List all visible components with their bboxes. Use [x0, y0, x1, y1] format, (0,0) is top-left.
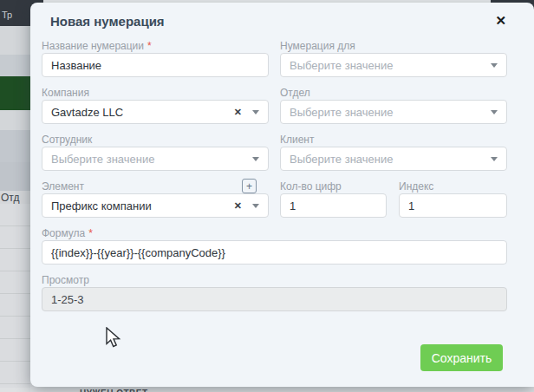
required-marker: *: [147, 41, 152, 52]
name-label: Название нумерации*: [42, 41, 269, 52]
department-select[interactable]: Выберите значение: [280, 100, 507, 124]
page-title: Новая нумерация: [50, 14, 165, 29]
field-numbering-for: Нумерация для Выберите значение: [280, 41, 507, 77]
background-tab-label: Тр: [2, 10, 12, 20]
field-employee: Сотрудник Выберите значение: [42, 134, 269, 171]
background-band: [0, 162, 30, 191]
numbering-for-select[interactable]: Выберите значение: [280, 53, 507, 77]
background-table-rows: [0, 204, 30, 388]
background-band: [0, 130, 30, 162]
background-band: [0, 110, 30, 130]
select-placeholder: Выберите значение: [290, 106, 491, 119]
digits-input[interactable]: [280, 193, 387, 218]
chevron-down-icon: [491, 157, 498, 161]
client-label: Клиент: [280, 134, 507, 146]
background-band: [0, 55, 30, 76]
select-placeholder: Выберите значение: [51, 153, 252, 166]
clear-icon[interactable]: ✕: [234, 108, 242, 117]
field-formula: Формула*: [42, 228, 507, 265]
field-preview: Просмотр: [42, 275, 507, 311]
chevron-down-icon: [252, 157, 259, 161]
field-name: Название нумерации*: [42, 41, 269, 77]
preview-label: Просмотр: [42, 275, 507, 286]
field-department: Отдел Выберите значение: [280, 88, 507, 124]
background-band: [0, 388, 30, 392]
select-placeholder: Выберите значение: [290, 153, 491, 166]
select-value: Префикс компании: [51, 199, 231, 212]
department-label: Отдел: [280, 88, 507, 99]
close-icon[interactable]: ✕: [493, 12, 508, 29]
field-index: Индекс: [399, 181, 507, 218]
chevron-down-icon: [252, 204, 259, 208]
chevron-down-icon: [491, 63, 498, 68]
index-input[interactable]: [399, 193, 507, 218]
employee-select[interactable]: Выберите значение: [42, 147, 269, 171]
numbering-for-label: Нумерация для: [280, 41, 507, 52]
digits-label: Кол-во цифр: [280, 181, 387, 193]
required-marker: *: [88, 228, 93, 239]
digits-index-row: Кол-во цифр Индекс: [280, 181, 507, 228]
chevron-down-icon: [252, 110, 259, 114]
element-select[interactable]: Префикс компании ✕: [42, 193, 269, 218]
clear-icon[interactable]: ✕: [234, 201, 242, 211]
employee-label: Сотрудник: [42, 134, 269, 146]
name-input[interactable]: [42, 53, 269, 77]
company-select[interactable]: Gavtadze LLC ✕: [42, 100, 269, 124]
modal-new-numbering: Новая нумерация ✕ Название нумерации* Ну…: [30, 3, 534, 387]
formula-label: Формула*: [42, 228, 507, 239]
field-digits: Кол-во цифр: [280, 181, 387, 218]
formula-input[interactable]: [42, 240, 507, 265]
select-placeholder: Выберите значение: [290, 59, 491, 72]
select-value: Gavtadze LLC: [51, 106, 231, 119]
preview-input: [42, 287, 507, 311]
client-select[interactable]: Выберите значение: [280, 147, 507, 171]
add-element-button[interactable]: +: [242, 179, 257, 193]
numbering-form: Название нумерации* Нумерация для Выбери…: [42, 41, 507, 322]
field-client: Клиент Выберите значение: [280, 134, 507, 171]
background-band: [0, 26, 30, 55]
background-column-header: Отд: [1, 192, 30, 204]
background-green-row: [0, 76, 30, 110]
field-element: Элемент + Префикс компании ✕: [42, 181, 269, 218]
save-button[interactable]: Сохранить: [420, 344, 503, 371]
chevron-down-icon: [491, 110, 498, 114]
company-label: Компания: [42, 88, 269, 99]
index-label: Индекс: [399, 181, 507, 193]
element-label: Элемент: [42, 181, 269, 193]
field-company: Компания Gavtadze LLC ✕: [42, 88, 269, 124]
background-bottom-caption: НУЖЕН ОТВЕТ: [80, 389, 148, 392]
